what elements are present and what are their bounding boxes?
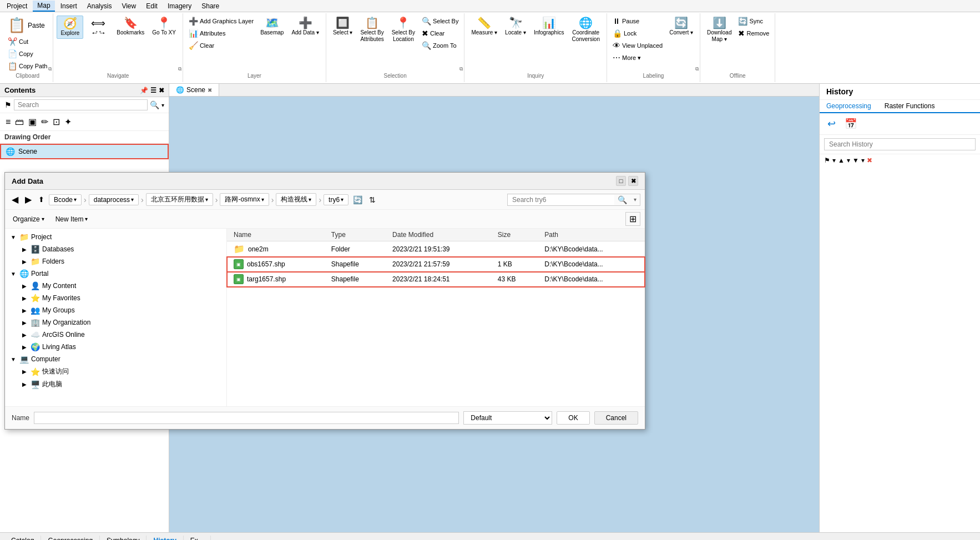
- layer-list-icon[interactable]: ≡: [4, 116, 12, 128]
- download-map-button[interactable]: ⬇️ DownloadMap ▾: [704, 16, 735, 44]
- basemap-button[interactable]: 🗺️ Basemap: [257, 16, 287, 38]
- my-organization-expand-icon[interactable]: ▶: [21, 320, 28, 326]
- this-pc-expand-icon[interactable]: ▶: [21, 381, 28, 387]
- dialog-close-btn[interactable]: ✖: [628, 176, 638, 186]
- arcgis-online-expand-icon[interactable]: ▶: [21, 332, 28, 338]
- sync-button[interactable]: 🔄Sync: [736, 16, 771, 27]
- dialog-search-dropdown[interactable]: ▾: [630, 195, 640, 204]
- organize-btn[interactable]: Organize ▾: [9, 214, 48, 224]
- clear-button[interactable]: 🧹Clear: [186, 40, 256, 51]
- measure-button[interactable]: 📏 Measure ▾: [468, 16, 501, 38]
- contents-search-input[interactable]: [14, 99, 148, 110]
- tree-living-atlas[interactable]: ▶ 🌍 Living Atlas: [5, 341, 226, 353]
- sort-up-icon[interactable]: ▲: [838, 157, 845, 164]
- breadcrumb-try6[interactable]: try6▾: [324, 194, 348, 205]
- bottom-tab-history[interactable]: History: [147, 536, 183, 541]
- scene-tab-close[interactable]: ✖: [208, 87, 212, 93]
- menu-insert[interactable]: Insert: [56, 1, 82, 11]
- dialog-search-input[interactable]: [508, 195, 614, 205]
- add-graphics-layer-button[interactable]: ➕Add Graphics Layer: [186, 16, 256, 27]
- navigate-arrows[interactable]: ⟺ ⮐ ⮑: [84, 16, 112, 37]
- tree-project[interactable]: ▼ 📁 Project: [5, 231, 226, 243]
- breadcrumb-dataprocess[interactable]: dataprocess▾: [89, 194, 139, 205]
- locate-button[interactable]: 🔭 Locate ▾: [502, 16, 529, 38]
- contents-pin-icon[interactable]: 📌: [140, 87, 148, 94]
- select-button[interactable]: 🔲 Select ▾: [330, 16, 356, 38]
- col-size[interactable]: Size: [491, 229, 538, 241]
- tree-folders[interactable]: ▶ 📁 Folders: [5, 255, 226, 268]
- col-type[interactable]: Type: [325, 229, 386, 241]
- breadcrumb-beijing[interactable]: 北京五环所用数据▾: [146, 193, 213, 206]
- explore-button[interactable]: 🧭 Explore: [57, 16, 83, 39]
- convert-button[interactable]: 🔄 Convert ▾: [666, 16, 696, 38]
- menu-view[interactable]: View: [117, 1, 140, 11]
- select-by-location-button[interactable]: 📍 Select ByLocation: [388, 16, 418, 44]
- tree-my-content[interactable]: ▶ 👤 My Content: [5, 280, 226, 292]
- col-name[interactable]: Name: [227, 229, 325, 241]
- search-icon[interactable]: 🔍: [150, 100, 159, 109]
- view-toggle-btn[interactable]: ⊞: [625, 212, 640, 226]
- history-back-icon[interactable]: ↩: [824, 117, 839, 131]
- tree-arcgis-online[interactable]: ▶ ☁️ ArcGIS Online: [5, 329, 226, 341]
- labeling-expand[interactable]: ⧉: [695, 66, 699, 72]
- computer-expand-icon[interactable]: ▼: [9, 356, 17, 362]
- dialog-search-icon[interactable]: 🔍: [614, 194, 630, 205]
- copy-button[interactable]: 📄Copy: [6, 48, 49, 59]
- tree-my-favorites[interactable]: ▶ ⭐ My Favorites: [5, 292, 226, 304]
- tree-portal[interactable]: ▼ 🌐 Portal: [5, 268, 226, 280]
- col-date-modified[interactable]: Date Modified: [386, 229, 491, 241]
- sort-down-icon[interactable]: ▼: [852, 157, 859, 164]
- infographics-button[interactable]: 📊 Infographics: [531, 16, 567, 38]
- history-tab-geoprocessing[interactable]: Geoprocessing: [820, 100, 878, 113]
- dropdown-icon[interactable]: ▾: [832, 157, 836, 164]
- edit-tool-icon[interactable]: ✏: [40, 115, 49, 128]
- clear-selection-button[interactable]: ✖Clear: [420, 28, 461, 39]
- filter-icon[interactable]: ⚑: [4, 100, 12, 109]
- more-button[interactable]: ⋯More ▾: [610, 52, 665, 63]
- zoom-to-button[interactable]: 🔍Zoom To: [420, 40, 461, 51]
- table-row[interactable]: ▣obs1657.shp Shapefile 2023/2/21 21:57:5…: [227, 257, 645, 272]
- history-calendar-icon[interactable]: 📅: [841, 117, 860, 131]
- bottom-tab-catalog[interactable]: Catalog: [4, 536, 41, 541]
- sort-btn[interactable]: ⇅: [367, 195, 378, 205]
- table-row[interactable]: 📁one2m Folder 2023/2/21 19:51:39 D:\KY\B…: [227, 241, 645, 257]
- bottom-tab-extra[interactable]: Ex...: [184, 536, 211, 541]
- select-by-attributes-button[interactable]: 📋 Select ByAttributes: [357, 16, 387, 44]
- bottom-tab-geoprocessing[interactable]: Geoprocessing: [41, 536, 100, 541]
- database-icon[interactable]: 🗃: [14, 116, 25, 128]
- breadcrumb-bcode[interactable]: Bcode▾: [49, 194, 82, 205]
- project-expand-icon[interactable]: ▼: [9, 234, 17, 240]
- dialog-maximize-btn[interactable]: □: [616, 176, 626, 186]
- pause-button[interactable]: ⏸Pause: [610, 16, 665, 27]
- history-search-input[interactable]: [824, 138, 976, 150]
- cut-button[interactable]: ✂️Cut: [6, 36, 49, 47]
- contents-menu-icon[interactable]: ☰: [150, 87, 156, 94]
- portal-expand-icon[interactable]: ▼: [9, 271, 17, 277]
- tree-my-groups[interactable]: ▶ 👥 My Groups: [5, 304, 226, 316]
- scene-layer-item[interactable]: 🌐 Scene: [0, 144, 169, 159]
- add-data-button[interactable]: ➕ Add Data ▾: [288, 16, 322, 38]
- col-path[interactable]: Path: [538, 229, 645, 241]
- navigate-expand[interactable]: ⧉: [178, 66, 181, 72]
- tree-quick-access[interactable]: ▶ ⭐ 快速访问: [5, 365, 226, 378]
- tree-my-organization[interactable]: ▶ 🏢 My Organization: [5, 316, 226, 329]
- bookmarks-button[interactable]: 🔖 Bookmarks: [113, 16, 148, 38]
- select-by-button[interactable]: 🔍Select By: [420, 16, 461, 27]
- filter-tool-icon[interactable]: ▣: [27, 115, 38, 128]
- menu-analysis[interactable]: Analysis: [83, 1, 117, 11]
- contents-close-icon[interactable]: ✖: [159, 87, 164, 94]
- tree-this-pc[interactable]: ▶ 🖥️ 此电脑: [5, 378, 226, 391]
- name-input[interactable]: [34, 412, 459, 424]
- paste-button[interactable]: 📋 Paste: [6, 16, 49, 35]
- dropdown2-icon[interactable]: ▾: [847, 157, 850, 164]
- remove-button[interactable]: ✖Remove: [736, 28, 771, 39]
- search-dropdown-icon[interactable]: ▾: [161, 102, 164, 108]
- refresh-btn[interactable]: 🔄: [351, 194, 365, 205]
- filter-select[interactable]: Default: [463, 411, 552, 425]
- quick-access-expand-icon[interactable]: ▶: [21, 369, 28, 375]
- menu-edit[interactable]: Edit: [142, 1, 162, 11]
- highlight-tool-icon[interactable]: ✦: [63, 115, 73, 128]
- go-to-xy-button[interactable]: 📍 Go To XY: [149, 16, 179, 38]
- cancel-button[interactable]: Cancel: [594, 411, 638, 425]
- view-unplaced-button[interactable]: 👁View Unplaced: [610, 40, 665, 51]
